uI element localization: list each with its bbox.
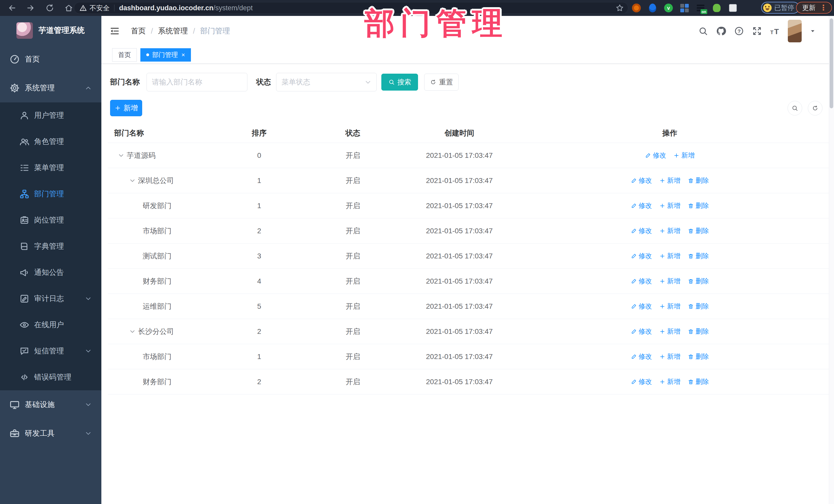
status-select[interactable]: 菜单状态 — [276, 73, 377, 91]
delete-link[interactable]: 删除 — [688, 277, 709, 286]
edit-link[interactable]: 修改 — [631, 201, 652, 210]
breadcrumb-current: 部门管理 — [200, 26, 230, 36]
delete-link[interactable]: 删除 — [688, 377, 709, 386]
extension-icon[interactable] — [712, 3, 721, 13]
edit-link[interactable]: 修改 — [631, 226, 652, 235]
extension-icon[interactable]: on — [696, 3, 705, 13]
edit-link[interactable]: 修改 — [631, 277, 652, 286]
browser-update-button[interactable]: 更新 ⋮ — [796, 2, 832, 14]
dept-name-cell: 研发部门 — [108, 201, 221, 211]
add-link[interactable]: 新增 — [659, 302, 681, 311]
sidebar-item-基础设施[interactable]: 基础设施 — [0, 390, 101, 419]
sidebar-item-审计日志[interactable]: 审计日志 — [0, 286, 101, 312]
extension-icon[interactable] — [648, 3, 657, 13]
delete-link[interactable]: 删除 — [688, 226, 709, 235]
add-link[interactable]: 新增 — [659, 226, 681, 235]
delete-icon — [688, 354, 694, 360]
reset-button[interactable]: 重置 — [424, 74, 459, 91]
delete-icon — [688, 328, 694, 335]
delete-link[interactable]: 删除 — [688, 201, 709, 210]
edit-link[interactable]: 修改 — [631, 352, 652, 361]
edit-link[interactable]: 修改 — [645, 151, 666, 160]
reload-icon[interactable] — [45, 3, 54, 13]
delete-link[interactable]: 删除 — [688, 352, 709, 361]
sidebar-item-短信管理[interactable]: 短信管理 — [0, 338, 101, 364]
sidebar-item-用户管理[interactable]: 用户管理 — [0, 103, 101, 129]
sidebar-item-错误码管理[interactable]: 错误码管理 — [0, 364, 101, 390]
sidebar-item-菜单管理[interactable]: 菜单管理 — [0, 155, 101, 181]
dept-name-input[interactable]: 请输入部门名称 — [147, 73, 247, 91]
action-label: 新增 — [667, 201, 681, 210]
user-menu-caret-icon[interactable] — [809, 28, 816, 35]
add-link[interactable]: 新增 — [659, 327, 681, 336]
fullscreen-icon[interactable] — [752, 26, 762, 36]
add-link[interactable]: 新增 — [659, 352, 681, 361]
scrollbar-thumb[interactable] — [830, 19, 833, 108]
megaphone-icon — [19, 267, 29, 278]
delete-link[interactable]: 删除 — [688, 327, 709, 336]
close-tab-icon[interactable]: × — [181, 52, 185, 58]
breadcrumb-item[interactable]: 系统管理 — [158, 26, 188, 36]
add-link[interactable]: 新增 — [673, 151, 695, 160]
edit-link[interactable]: 修改 — [631, 302, 652, 311]
sidebar-item-首页[interactable]: 首页 — [0, 45, 101, 74]
extension-icon[interactable]: v — [664, 4, 673, 12]
table-row: 财务部门4开启2021-01-05 17:03:47修改新增删除 — [108, 269, 829, 294]
sidebar-item-部门管理[interactable]: 部门管理 — [0, 181, 101, 207]
sidebar-item-在线用户[interactable]: 在线用户 — [0, 312, 101, 338]
browser-profile-button[interactable]: 已暂停 — [761, 2, 799, 14]
add-link[interactable]: 新增 — [659, 201, 681, 210]
edit-link[interactable]: 修改 — [631, 251, 652, 261]
sidebar-item-通知公告[interactable]: 通知公告 — [0, 259, 101, 286]
github-icon[interactable] — [716, 26, 726, 36]
actions-cell: 修改新增删除 — [511, 251, 829, 261]
edit-link[interactable]: 修改 — [631, 176, 652, 185]
delete-link[interactable]: 删除 — [688, 302, 709, 311]
add-link[interactable]: 新增 — [659, 251, 681, 261]
browser-menu-dots-icon[interactable]: ⋮ — [820, 4, 827, 12]
expand-arrow-icon[interactable] — [117, 152, 125, 159]
address-bar[interactable]: 不安全 dashboard.yudao.iocoder.cn /system/d… — [74, 2, 628, 14]
tab-dept-management[interactable]: 部门管理 × — [140, 48, 191, 62]
extension-icon[interactable] — [680, 3, 689, 13]
expand-arrow-icon[interactable] — [129, 328, 136, 335]
sidebar-item-字典管理[interactable]: 字典管理 — [0, 233, 101, 259]
breadcrumb: 首页 / 系统管理 / 部门管理 — [131, 16, 230, 46]
add-dept-button[interactable]: 新增 — [110, 100, 142, 116]
sidebar-item-研发工具[interactable]: 研发工具 — [0, 419, 101, 448]
column-header: 部门名称 — [108, 128, 221, 138]
refresh-icon — [430, 79, 437, 85]
add-link[interactable]: 新增 — [659, 176, 681, 185]
home-icon[interactable] — [64, 3, 73, 13]
monitor-icon — [9, 399, 20, 410]
back-icon[interactable] — [7, 3, 17, 13]
extension-icon[interactable] — [632, 3, 641, 13]
sidebar-item-角色管理[interactable]: 角色管理 — [0, 129, 101, 155]
show-search-button[interactable] — [788, 101, 802, 115]
expand-arrow-icon[interactable] — [129, 177, 136, 184]
sidebar-fold-icon[interactable] — [110, 26, 120, 36]
user-avatar[interactable] — [788, 20, 802, 42]
refresh-table-button[interactable] — [808, 101, 822, 115]
action-label: 新增 — [667, 302, 681, 311]
add-link[interactable]: 新增 — [659, 377, 681, 386]
help-icon[interactable]: ? — [734, 26, 744, 36]
delete-icon — [688, 228, 694, 234]
sidebar-logo[interactable]: 芋道管理系统 — [0, 16, 101, 45]
tab-home[interactable]: 首页 — [112, 48, 137, 62]
sidebar-item-系统管理[interactable]: 系统管理 — [0, 74, 101, 103]
edit-link[interactable]: 修改 — [631, 377, 652, 386]
search-button[interactable]: 搜索 — [381, 74, 418, 91]
edit-link[interactable]: 修改 — [631, 327, 652, 336]
created-cell: 2021-01-05 17:03:47 — [408, 302, 511, 310]
sidebar-item-岗位管理[interactable]: 岗位管理 — [0, 207, 101, 233]
forward-icon[interactable] — [26, 3, 36, 13]
search-icon[interactable] — [698, 26, 708, 36]
font-size-icon[interactable]: TT — [770, 26, 780, 36]
add-link[interactable]: 新增 — [659, 277, 681, 286]
extensions-puzzle-icon[interactable] — [728, 3, 738, 13]
delete-link[interactable]: 删除 — [688, 176, 709, 185]
bookmark-star-icon[interactable] — [615, 4, 624, 12]
breadcrumb-item[interactable]: 首页 — [131, 26, 146, 36]
delete-link[interactable]: 删除 — [688, 251, 709, 261]
